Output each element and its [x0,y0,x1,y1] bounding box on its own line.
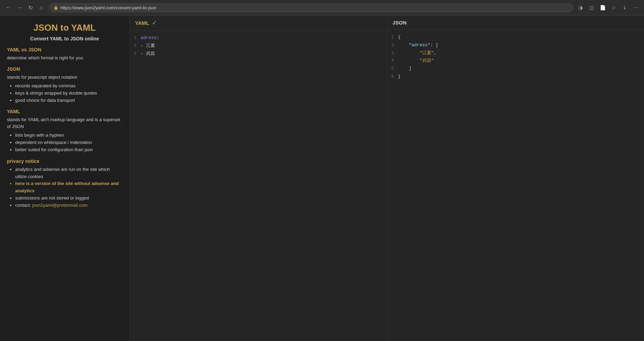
privacy-heading: privacy notice [7,158,122,164]
browser-actions: ◑ ◫ 📄 ☆ ⇓ ⋯ [576,3,641,12]
nav-buttons: ← → ↻ ⌂ [3,3,46,12]
yaml-bullet-1: lists begin with a hyphen [15,132,122,139]
menu-button[interactable]: ⋯ [631,3,641,12]
yaml-valid-icon: ✓ [152,20,156,26]
yaml-line-1: 1 adress: [129,34,387,42]
page-subtitle: Convert YAML to JSON online [7,36,122,41]
yaml-bullet-2: dependent on whitespace / indentation [15,139,122,146]
yaml-panel-header: YAML ✓ [129,16,387,31]
yaml-key-adress: adress [141,35,157,40]
json-line-num-1: 1 [387,34,398,41]
download-button[interactable]: ⇓ [620,3,629,12]
yaml-editor[interactable]: 1 adress: 2 - 江夏 3 - 武昌 [129,31,387,341]
json-line-3: 3 "江夏", [387,49,644,57]
editors-area: YAML ✓ 1 adress: 2 - 江夏 3 [129,16,644,341]
yaml-vs-json-text: determine which format is right for you [7,55,122,61]
yaml-line-content-3: - 武昌 [141,50,155,58]
json-bullets: records separated by commas keys & strin… [7,82,122,104]
json-line-4: 4 "武昌" [387,57,644,65]
extensions-button[interactable]: ◑ [576,3,585,12]
yaml-description: stands for YAML ain't markup language an… [7,116,122,130]
json-bullet-2: keys & strings wrapped by double quotes [15,90,122,97]
address-bar[interactable]: 🔒 https://www.json2yaml.com/convert-yaml… [49,3,573,12]
forward-button[interactable]: → [15,3,24,12]
yaml-line-3: 3 - 武昌 [129,50,387,58]
json-panel: JSON 1 { 2 "adress": [ 3 [387,16,644,341]
json-line-content-2: "adress": [ [398,42,439,49]
yaml-heading: YAML [7,109,122,114]
no-ads-link[interactable]: here is a version of the site without ad… [15,181,119,193]
json-line-5: 5 ] [387,65,644,73]
yaml-line-content-1: adress: [141,35,160,42]
back-button[interactable]: ← [3,3,13,12]
json-description: stands for javascript object notation [7,74,122,81]
privacy-bullet-2[interactable]: here is a version of the site without ad… [15,180,122,195]
bookmark-button[interactable]: ☆ [609,3,618,12]
yaml-line-num-3: 3 [129,51,141,57]
json-line-content-3: "江夏", [398,50,437,57]
yaml-bullets: lists begin with a hyphen dependent on w… [7,132,122,153]
refresh-button[interactable]: ↻ [26,3,35,12]
url-text: https://www.json2yaml.com/convert-yaml-t… [60,5,156,10]
contact-email[interactable]: json2yaml@protonmail.com [32,203,88,208]
json-line-content-6: } [398,73,401,80]
json-line-content-5: ] [398,65,412,72]
browser-chrome: ← → ↻ ⌂ 🔒 https://www.json2yaml.com/conv… [0,0,644,16]
json-header-label: JSON [393,20,407,26]
privacy-bullet-3: submissions are not stored or logged [15,195,122,202]
json-bullet-3: good choice for data transport [15,97,122,104]
yaml-panel: YAML ✓ 1 adress: 2 - 江夏 3 [129,16,387,341]
json-panel-header: JSON [387,16,644,30]
json-line-1: 1 { [387,33,644,41]
sidebar: JSON to YAML Convert YAML to JSON online… [0,16,129,341]
json-line-num-5: 5 [387,66,398,72]
yaml-header-label: YAML [135,20,149,26]
privacy-bullets: analytics and adsense are run on the sit… [7,166,122,209]
main-content: JSON to YAML Convert YAML to JSON online… [0,16,644,341]
json-line-num-6: 6 [387,74,398,80]
privacy-bullet-4: contact: json2yaml@protonmail.com [15,202,122,209]
json-line-num-4: 4 [387,58,398,64]
json-bullet-1: records separated by commas [15,82,122,90]
tab-search-button[interactable]: ◫ [587,3,596,12]
yaml-line-num-1: 1 [129,35,141,41]
json-line-num-3: 3 [387,50,398,57]
json-line-2: 2 "adress": [ [387,41,644,49]
json-editor[interactable]: 1 { 2 "adress": [ 3 "江夏", [387,30,644,341]
json-line-num-2: 2 [387,42,398,49]
yaml-line-num-2: 2 [129,43,141,49]
yaml-line-2: 2 - 江夏 [129,42,387,50]
home-button[interactable]: ⌂ [37,3,46,12]
lock-icon: 🔒 [54,6,58,10]
page-title: JSON to YAML [7,22,122,33]
yaml-line-content-2: - 江夏 [141,42,155,50]
json-line-content-1: { [398,34,401,41]
json-line-6: 6 } [387,73,644,81]
reader-mode-button[interactable]: 📄 [598,3,607,12]
privacy-bullet-1: analytics and adsense are run on the sit… [15,166,122,181]
yaml-vs-json-heading: YAML vs JSON [7,47,122,52]
json-line-content-4: "武昌" [398,57,434,65]
json-heading: JSON [7,66,122,72]
yaml-bullet-3: better suited for configuration than jso… [15,146,122,154]
